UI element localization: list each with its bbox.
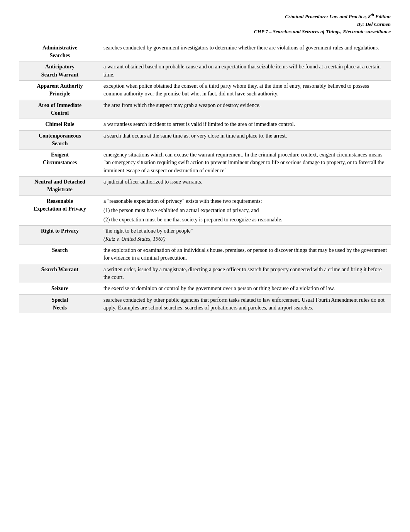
term-cell: ReasonableExpectation of Privacy (19, 195, 100, 226)
table-row: Right to Privacy"the right to be let alo… (19, 226, 391, 245)
definition-cell: the exercise of dominion or control by t… (100, 283, 391, 294)
term-cell: SpecialNeeds (19, 294, 100, 313)
table-row: Search Warranta written order, issued by… (19, 264, 391, 283)
term-cell: Search (19, 245, 100, 264)
definition-cell: the area from which the suspect may grab… (100, 100, 391, 119)
table-row: SpecialNeedssearches conducted by other … (19, 294, 391, 313)
term-cell: Search Warrant (19, 264, 100, 283)
definition-cell: searches conducted by other public agenc… (100, 294, 391, 313)
definition-cell: exception when police obtained the conse… (100, 81, 391, 100)
header: Criminal Procedure: Law and Practice, 8t… (19, 12, 391, 36)
term-cell: ExigentCircumstances (19, 150, 100, 177)
header-line3: CHP 7 – Searches and Seizures of Things,… (254, 29, 391, 34)
term-cell: Right to Privacy (19, 226, 100, 245)
table-row: AdministrativeSearchessearches conducted… (19, 42, 391, 61)
header-line1: Criminal Procedure: Law and Practice, 8t… (285, 14, 391, 19)
term-cell: Apparent AuthorityPrinciple (19, 81, 100, 100)
table-row: Searchthe exploration or examination of … (19, 245, 391, 264)
term-cell: Area of ImmediateControl (19, 100, 100, 119)
definition-cell: the exploration or examination of an ind… (100, 245, 391, 264)
term-cell: Chimel Rule (19, 119, 100, 130)
table-row: Seizurethe exercise of dominion or contr… (19, 283, 391, 294)
definition-cell: searches conducted by government investi… (100, 42, 391, 61)
vocab-table: AdministrativeSearchessearches conducted… (19, 42, 391, 313)
definition-cell: a warrantless search incident to arrest … (100, 119, 391, 130)
term-cell: Seizure (19, 283, 100, 294)
table-row: Apparent AuthorityPrincipleexception whe… (19, 81, 391, 100)
definition-cell: a "reasonable expectation of privacy" ex… (100, 195, 391, 226)
term-cell: ContemporaneousSearch (19, 130, 100, 150)
definition-cell: a written order, issued by a magistrate,… (100, 264, 391, 283)
table-row: Chimel Rulea warrantless search incident… (19, 119, 391, 130)
term-cell: Neutral and DetachedMagistrate (19, 176, 100, 195)
table-row: ContemporaneousSearcha search that occur… (19, 130, 391, 150)
definition-cell: "the right to be let alone by other peop… (100, 226, 391, 245)
table-row: AnticipatorySearch Warranta warrant obta… (19, 61, 391, 81)
definition-cell: a judicial officer authorized to issue w… (100, 176, 391, 195)
table-row: Neutral and DetachedMagistratea judicial… (19, 176, 391, 195)
definition-cell: emergency situations which can excuse th… (100, 150, 391, 177)
definition-cell: a search that occurs at the same time as… (100, 130, 391, 150)
term-cell: AdministrativeSearches (19, 42, 100, 61)
table-row: ReasonableExpectation of Privacya "reaso… (19, 195, 391, 226)
term-cell: AnticipatorySearch Warrant (19, 61, 100, 81)
header-line2: By: Del Carmen (357, 21, 391, 27)
definition-cell: a warrant obtained based on probable cau… (100, 61, 391, 81)
table-row: ExigentCircumstancesemergency situations… (19, 150, 391, 177)
table-row: Area of ImmediateControlthe area from wh… (19, 100, 391, 119)
